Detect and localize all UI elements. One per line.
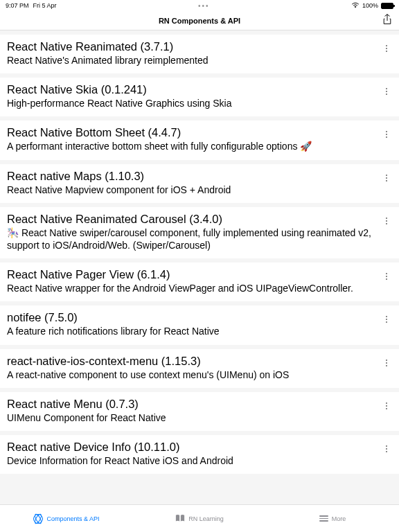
item-title: React Native Reanimated (3.7.1)	[7, 40, 392, 53]
list-item[interactable]: React native Menu (0.7.3) UIMenu Compone…	[0, 392, 399, 431]
item-title: react-native-ios-context-menu (1.15.3)	[7, 355, 392, 368]
tab-label: Components & API	[46, 515, 99, 522]
share-button[interactable]	[382, 14, 392, 28]
multitask-dots[interactable]: •••	[198, 2, 210, 10]
status-right: 100%	[351, 1, 393, 10]
tab-label: RN Learning	[188, 515, 224, 522]
item-desc: UIMenu Component for React Native	[7, 411, 392, 424]
list-item[interactable]: notifee (7.5.0) A feature rich notificat…	[0, 305, 399, 344]
list-item[interactable]: React Native Bottom Sheet (4.4.7) A perf…	[0, 121, 399, 159]
item-desc: A performant interactive bottom sheet wi…	[7, 140, 392, 152]
list-item[interactable]: React Native Reanimated Carousel (3.4.0)…	[0, 207, 399, 258]
wifi-icon	[351, 1, 360, 10]
more-icon[interactable]	[381, 172, 392, 184]
list-item[interactable]: React native Device Info (10.11.0) Devic…	[0, 435, 399, 474]
item-title: React native Menu (0.7.3)	[7, 398, 392, 411]
tab-learning[interactable]: RN Learning	[133, 513, 266, 524]
more-icon[interactable]	[381, 443, 392, 454]
content-list[interactable]: React Native Reanimated (3.7.1) React Na…	[0, 30, 399, 504]
more-icon[interactable]	[381, 215, 392, 227]
status-time: 9:07 PM	[6, 2, 29, 9]
item-title: React native Device Info (10.11.0)	[7, 441, 392, 454]
tab-more[interactable]: More	[266, 515, 399, 522]
book-icon	[175, 513, 185, 524]
item-title: React Native Bottom Sheet (4.4.7)	[7, 126, 392, 139]
item-desc: A feature rich notifications library for…	[7, 325, 392, 337]
item-desc: React Native's Animated library reimplem…	[7, 54, 392, 66]
more-icon[interactable]	[381, 129, 392, 140]
tab-bar: Components & API RN Learning More	[0, 504, 399, 532]
item-desc: Device Information for React Native iOS …	[7, 454, 392, 467]
list-item[interactable]: React Native Pager View (6.1.4) React Na…	[0, 263, 399, 301]
hamburger-icon	[319, 515, 328, 522]
more-icon[interactable]	[381, 357, 392, 369]
item-desc: 🎠 React Native swiper/carousel component…	[7, 227, 392, 251]
battery-percent: 100%	[362, 2, 378, 9]
item-desc: React Native wrapper for the Android Vie…	[7, 282, 392, 294]
list-item[interactable]: react-native-ios-context-menu (1.15.3) A…	[0, 349, 399, 388]
item-title: React native Maps (1.10.3)	[7, 170, 392, 183]
more-icon[interactable]	[381, 314, 392, 325]
status-bar: 9:07 PM Fri 5 Apr ••• 100%	[0, 0, 399, 11]
list-item[interactable]: React native Maps (1.10.3) React Native …	[0, 164, 399, 203]
more-icon[interactable]	[381, 400, 392, 411]
item-desc: A react-native component to use context …	[7, 369, 392, 381]
page-title: RN Components & API	[159, 17, 240, 25]
item-title: notifee (7.5.0)	[7, 311, 392, 324]
item-desc: High-performance React Native Graphics u…	[7, 97, 392, 109]
item-title: React Native Skia (0.1.241)	[7, 83, 392, 96]
tab-components[interactable]: Components & API	[0, 514, 133, 524]
list-item[interactable]: React Native Reanimated (3.7.1) React Na…	[0, 35, 399, 73]
battery-icon	[381, 3, 393, 9]
item-title: React Native Pager View (6.1.4)	[7, 268, 392, 281]
status-date: Fri 5 Apr	[33, 2, 57, 9]
nav-bar: RN Components & API	[0, 11, 399, 30]
item-desc: React Native Mapview component for iOS +…	[7, 184, 392, 196]
tab-label: More	[332, 515, 346, 522]
list-item[interactable]: React Native Skia (0.1.241) High-perform…	[0, 78, 399, 116]
more-icon[interactable]	[381, 86, 392, 97]
more-icon[interactable]	[381, 43, 392, 54]
item-title: React Native Reanimated Carousel (3.4.0)	[7, 213, 392, 226]
status-left: 9:07 PM Fri 5 Apr	[6, 2, 57, 9]
more-icon[interactable]	[381, 271, 392, 282]
react-icon	[33, 514, 43, 524]
